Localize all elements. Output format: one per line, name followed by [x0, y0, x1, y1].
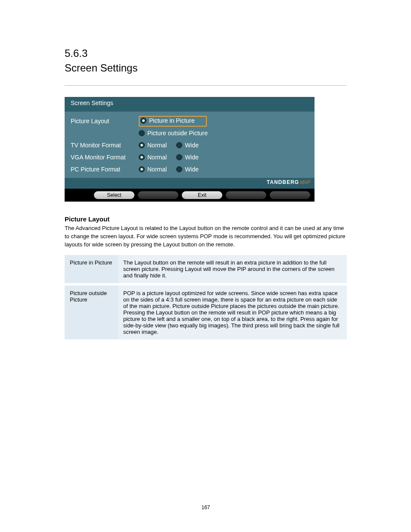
section-number: 5.6.3: [65, 47, 347, 59]
brand-suffix: MXP: [300, 180, 310, 185]
radio-dot-icon: [176, 166, 182, 172]
radio-dot-icon: [140, 118, 146, 124]
brand-bar: TANDBERGMXP: [65, 178, 314, 189]
section-title: Screen Settings: [65, 62, 347, 74]
layout-modes-table: Picture in Picture The Layout button on …: [65, 255, 347, 342]
radio-dot-icon: [176, 154, 182, 160]
table-cell-desc: POP is a picture layout optimized for wi…: [118, 284, 347, 341]
paragraph-picture-layout: The Advanced Picture Layout is related t…: [65, 224, 347, 249]
radio-pc-wide[interactable]: Wide: [176, 166, 199, 173]
select-button[interactable]: Select: [94, 191, 134, 199]
page-number: 167: [65, 504, 347, 510]
radio-dot-icon: [139, 130, 145, 136]
brand-name: TANDBERG: [267, 179, 299, 185]
exit-button[interactable]: Exit: [182, 191, 222, 199]
pill-spacer: [69, 191, 90, 199]
radio-vga-normal[interactable]: Normal: [139, 154, 167, 161]
radio-dot-icon: [139, 154, 145, 160]
screen-settings-screenshot: Screen Settings Picture Layout Picture i…: [65, 97, 314, 202]
radio-vga-wide[interactable]: Wide: [176, 154, 199, 161]
divider: [65, 85, 347, 86]
button-bar: Select Exit: [65, 189, 314, 202]
table-cell-name: Picture in Picture: [65, 255, 118, 284]
pill-empty: [226, 191, 266, 199]
radio-dot-icon: [139, 142, 145, 148]
radio-label: Normal: [147, 154, 167, 161]
setting-label-vga-monitor-format: VGA Monitor Format: [71, 154, 139, 161]
radio-label: Normal: [147, 142, 167, 149]
dialog-title: Screen Settings: [65, 97, 314, 112]
subheading-picture-layout: Picture Layout: [65, 215, 347, 223]
radio-tv-wide[interactable]: Wide: [176, 142, 199, 149]
radio-label: Wide: [185, 142, 199, 149]
radio-label: Wide: [185, 154, 199, 161]
table-cell-name: Picture outside Picture: [65, 284, 118, 341]
radio-pc-normal[interactable]: Normal: [139, 166, 167, 173]
pill-empty: [138, 191, 178, 199]
radio-label: Picture outside Picture: [147, 130, 208, 137]
table-row: Picture in Picture The Layout button on …: [65, 255, 347, 284]
radio-dot-icon: [176, 142, 182, 148]
radio-dot-icon: [139, 166, 145, 172]
setting-label-picture-layout: Picture Layout: [71, 118, 139, 124]
table-row: Picture outside Picture POP is a picture…: [65, 284, 347, 341]
table-cell-desc: The Layout button on the remote will res…: [118, 255, 347, 284]
radio-label: Wide: [185, 166, 199, 173]
radio-tv-normal[interactable]: Normal: [139, 142, 167, 149]
pill-empty: [270, 191, 310, 199]
radio-label: Normal: [147, 166, 167, 173]
radio-picture-in-picture[interactable]: Picture in Picture: [140, 117, 195, 124]
radio-label: Picture in Picture: [149, 117, 195, 124]
radio-picture-outside-picture[interactable]: Picture outside Picture: [139, 130, 208, 137]
setting-label-tv-monitor-format: TV Monitor Format: [71, 142, 139, 149]
setting-label-pc-picture-format: PC Picture Format: [71, 166, 139, 173]
